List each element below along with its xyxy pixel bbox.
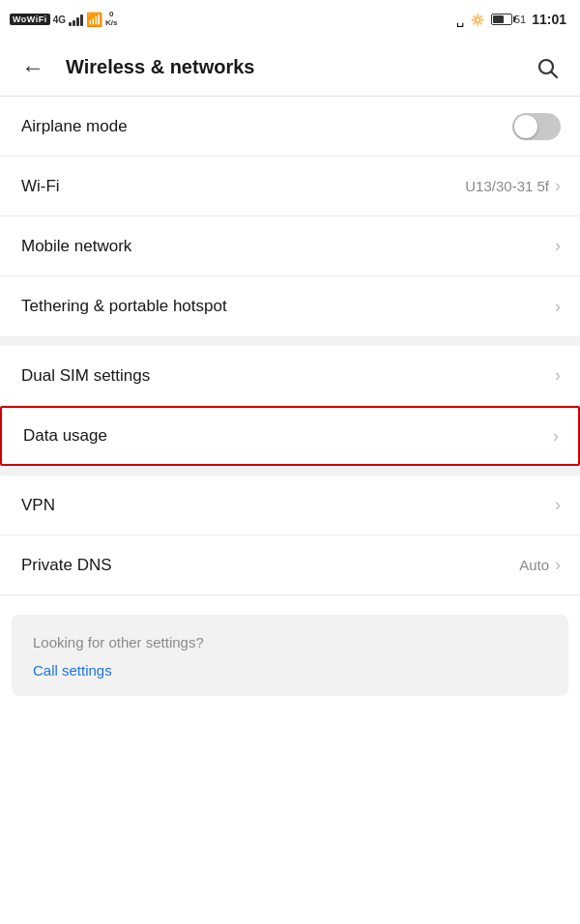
bottom-card: Looking for other settings? Call setting… xyxy=(12,615,568,696)
tethering-label: Tethering & portable hotspot xyxy=(21,297,555,316)
wifi-signal-icon: 📶 xyxy=(86,12,102,27)
time-display: 11:01 xyxy=(532,12,566,27)
private-dns-value: Auto xyxy=(519,557,549,573)
vpn-item[interactable]: VPN › xyxy=(0,476,580,535)
data-usage-chevron-icon: › xyxy=(553,426,559,447)
4g-indicator: 4G xyxy=(53,14,66,25)
battery-container: 51 xyxy=(491,14,526,25)
battery-level: 51 xyxy=(514,14,526,25)
group-separator-2 xyxy=(0,466,580,476)
data-usage-item[interactable]: Data usage › xyxy=(0,406,580,466)
mobile-network-item[interactable]: Mobile network › xyxy=(0,217,580,276)
bar4 xyxy=(80,14,83,26)
wifi-item[interactable]: Wi-Fi U13/30-31 5f › xyxy=(0,157,580,217)
tethering-chevron-icon: › xyxy=(555,297,561,317)
dual-sim-label: Dual SIM settings xyxy=(21,366,555,386)
wowifi-badge: WoWiFi xyxy=(10,14,50,25)
airplane-mode-label: Airplane mode xyxy=(21,117,512,136)
svg-line-1 xyxy=(552,72,558,77)
bar2 xyxy=(72,20,75,26)
tethering-item[interactable]: Tethering & portable hotspot › xyxy=(0,276,580,336)
page-title: Wireless & networks xyxy=(66,56,530,78)
section-3: VPN › Private DNS Auto › xyxy=(0,476,580,595)
dual-sim-chevron-icon: › xyxy=(555,365,561,386)
airplane-mode-item[interactable]: Airplane mode xyxy=(0,97,580,157)
private-dns-label: Private DNS xyxy=(21,556,519,575)
mobile-network-chevron-icon: › xyxy=(555,236,561,256)
wifi-label: Wi-Fi xyxy=(21,177,465,196)
call-settings-link[interactable]: Call settings xyxy=(33,662,549,679)
search-button[interactable] xyxy=(530,50,565,85)
settings-list: Airplane mode Wi-Fi U13/30-31 5f › Mobil… xyxy=(0,97,580,696)
section-1: Airplane mode Wi-Fi U13/30-31 5f › Mobil… xyxy=(0,97,580,336)
status-bar-left: WoWiFi 4G 📶 0 K/s xyxy=(10,11,118,28)
vibrate-icon: 🔅 xyxy=(470,13,485,27)
bottom-card-text: Looking for other settings? xyxy=(33,634,549,650)
battery-icon xyxy=(491,14,512,25)
section-2: Dual SIM settings › Data usage › xyxy=(0,346,580,466)
speed-indicator: 0 K/s xyxy=(105,11,117,28)
search-icon xyxy=(536,56,559,79)
private-dns-item[interactable]: Private DNS Auto › xyxy=(0,535,580,595)
airplane-mode-toggle[interactable] xyxy=(512,113,561,140)
mobile-network-label: Mobile network xyxy=(21,237,555,256)
vpn-label: VPN xyxy=(21,496,555,515)
bar1 xyxy=(69,22,72,26)
back-button[interactable]: ← xyxy=(15,50,50,85)
wifi-value: U13/30-31 5f xyxy=(465,178,549,194)
group-separator-1 xyxy=(0,336,580,346)
bluetooth-icon: ␣ xyxy=(456,13,464,27)
battery-fill xyxy=(493,15,504,23)
private-dns-chevron-icon: › xyxy=(555,555,561,575)
vpn-chevron-icon: › xyxy=(555,495,561,515)
signal-bars xyxy=(69,13,83,26)
dual-sim-item[interactable]: Dual SIM settings › xyxy=(0,346,580,406)
status-bar-right: ␣ 🔅 51 11:01 xyxy=(456,12,566,27)
nav-bar: ← Wireless & networks xyxy=(0,39,580,97)
back-arrow-icon: ← xyxy=(21,54,44,81)
data-usage-label: Data usage xyxy=(23,426,553,446)
status-bar: WoWiFi 4G 📶 0 K/s ␣ 🔅 51 11:01 xyxy=(0,0,580,39)
wifi-chevron-icon: › xyxy=(555,176,561,196)
bar3 xyxy=(76,17,79,26)
toggle-thumb xyxy=(514,115,537,138)
